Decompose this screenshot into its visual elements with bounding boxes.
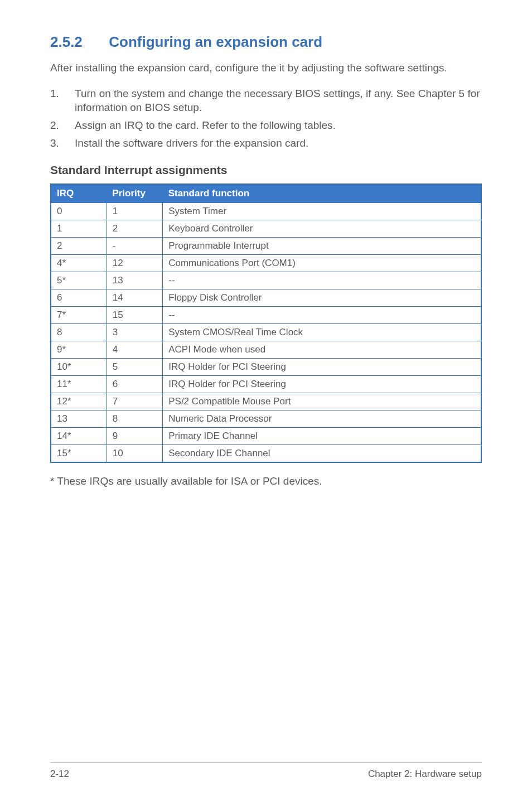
header-function: Standard function bbox=[163, 184, 481, 203]
table-row: 7*15-- bbox=[51, 307, 481, 324]
cell-func: System CMOS/Real Time Clock bbox=[163, 324, 481, 341]
cell-priority: 6 bbox=[107, 376, 162, 393]
section-title: Configuring an expansion card bbox=[109, 33, 322, 50]
cell-priority: 5 bbox=[107, 359, 162, 376]
table-row: 5*13-- bbox=[51, 272, 481, 289]
cell-func: PS/2 Compatible Mouse Port bbox=[163, 393, 481, 410]
cell-priority: - bbox=[107, 238, 162, 255]
step-number: 2. bbox=[50, 118, 75, 133]
table-row: 614Floppy Disk Controller bbox=[51, 289, 481, 307]
table-row: 12Keyboard Controller bbox=[51, 220, 481, 238]
footnote: * These IRQs are usually available for I… bbox=[50, 475, 482, 487]
step-text: Install the software drivers for the exp… bbox=[75, 136, 482, 151]
cell-irq: 4* bbox=[51, 255, 107, 272]
table-row: 9*4ACPI Mode when used bbox=[51, 341, 481, 359]
cell-func: Secondary IDE Channel bbox=[163, 445, 481, 463]
step-item: 1. Turn on the system and change the nec… bbox=[50, 86, 482, 115]
table-row: 4*12Communications Port (COM1) bbox=[51, 255, 481, 272]
step-text: Assign an IRQ to the card. Refer to the … bbox=[75, 118, 482, 133]
table-row: 10*5IRQ Holder for PCI Steering bbox=[51, 359, 481, 376]
cell-priority: 4 bbox=[107, 341, 162, 359]
cell-irq: 2 bbox=[51, 238, 107, 255]
cell-irq: 10* bbox=[51, 359, 107, 376]
cell-priority: 1 bbox=[107, 203, 162, 220]
table-row: 15*10Secondary IDE Channel bbox=[51, 445, 481, 463]
header-irq: IRQ bbox=[51, 184, 107, 203]
steps-list: 1. Turn on the system and change the nec… bbox=[50, 86, 482, 151]
table-row: 14*9Primary IDE Channel bbox=[51, 428, 481, 445]
cell-irq: 14* bbox=[51, 428, 107, 445]
cell-irq: 6 bbox=[51, 289, 107, 307]
cell-func: Keyboard Controller bbox=[163, 220, 481, 238]
section-heading: 2.5.2 Configuring an expansion card bbox=[50, 33, 482, 51]
subheading: Standard Interrupt assignments bbox=[50, 163, 482, 177]
step-item: 2. Assign an IRQ to the card. Refer to t… bbox=[50, 118, 482, 133]
step-text: Turn on the system and change the necess… bbox=[75, 86, 482, 115]
cell-irq: 8 bbox=[51, 324, 107, 341]
cell-func: ACPI Mode when used bbox=[163, 341, 481, 359]
cell-irq: 11* bbox=[51, 376, 107, 393]
cell-priority: 9 bbox=[107, 428, 162, 445]
step-number: 3. bbox=[50, 136, 75, 151]
cell-func: IRQ Holder for PCI Steering bbox=[163, 376, 481, 393]
cell-priority: 12 bbox=[107, 255, 162, 272]
cell-func: Communications Port (COM1) bbox=[163, 255, 481, 272]
cell-func: IRQ Holder for PCI Steering bbox=[163, 359, 481, 376]
cell-func: Primary IDE Channel bbox=[163, 428, 481, 445]
header-priority: Priority bbox=[107, 184, 162, 203]
cell-irq: 13 bbox=[51, 410, 107, 428]
cell-irq: 1 bbox=[51, 220, 107, 238]
table-row: 01System Timer bbox=[51, 203, 481, 220]
cell-priority: 2 bbox=[107, 220, 162, 238]
footer-chapter: Chapter 2: Hardware setup bbox=[368, 769, 482, 780]
page-footer: 2-12 Chapter 2: Hardware setup bbox=[50, 762, 482, 780]
intro-paragraph: After installing the expansion card, con… bbox=[50, 61, 482, 75]
cell-func: System Timer bbox=[163, 203, 481, 220]
cell-func: Numeric Data Processor bbox=[163, 410, 481, 428]
cell-irq: 15* bbox=[51, 445, 107, 463]
table-row: 138Numeric Data Processor bbox=[51, 410, 481, 428]
cell-func: Programmable Interrupt bbox=[163, 238, 481, 255]
footer-page-number: 2-12 bbox=[50, 769, 69, 780]
table-row: 11*6IRQ Holder for PCI Steering bbox=[51, 376, 481, 393]
cell-irq: 7* bbox=[51, 307, 107, 324]
cell-priority: 10 bbox=[107, 445, 162, 463]
cell-priority: 13 bbox=[107, 272, 162, 289]
cell-irq: 9* bbox=[51, 341, 107, 359]
cell-irq: 0 bbox=[51, 203, 107, 220]
cell-priority: 8 bbox=[107, 410, 162, 428]
cell-irq: 5* bbox=[51, 272, 107, 289]
cell-irq: 12* bbox=[51, 393, 107, 410]
cell-func: Floppy Disk Controller bbox=[163, 289, 481, 307]
cell-func: -- bbox=[163, 272, 481, 289]
cell-func: -- bbox=[163, 307, 481, 324]
cell-priority: 3 bbox=[107, 324, 162, 341]
table-row: 12*7PS/2 Compatible Mouse Port bbox=[51, 393, 481, 410]
step-item: 3. Install the software drivers for the … bbox=[50, 136, 482, 151]
table-row: 83System CMOS/Real Time Clock bbox=[51, 324, 481, 341]
table-body: 01System Timer12Keyboard Controller2-Pro… bbox=[51, 203, 481, 463]
irq-table: IRQ Priority Standard function 01System … bbox=[50, 183, 482, 463]
table-row: 2-Programmable Interrupt bbox=[51, 238, 481, 255]
table-header-row: IRQ Priority Standard function bbox=[51, 184, 481, 203]
cell-priority: 15 bbox=[107, 307, 162, 324]
cell-priority: 7 bbox=[107, 393, 162, 410]
cell-priority: 14 bbox=[107, 289, 162, 307]
step-number: 1. bbox=[50, 86, 75, 115]
section-number: 2.5.2 bbox=[50, 33, 105, 51]
